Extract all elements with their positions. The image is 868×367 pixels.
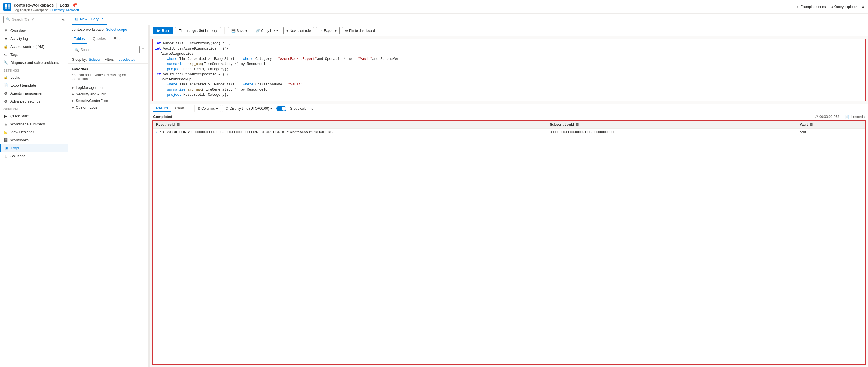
left-panel: contoso-workspace Select scope Tables Qu…	[68, 25, 148, 367]
sidebar-item-quick-start[interactable]: ▶ Quick Start	[0, 112, 68, 120]
tree-arrow-icon: ▶	[72, 86, 74, 89]
azure-logo	[3, 3, 11, 11]
sidebar-item-advanced-settings[interactable]: ⚙ Advanced settings	[0, 97, 68, 105]
tab-queries[interactable]: Queries	[91, 34, 108, 43]
time-range-label: Time range : Set in query	[179, 29, 217, 33]
table-search-field[interactable]	[81, 48, 137, 52]
more-options-btn[interactable]: ...	[380, 27, 389, 34]
table-filter-icon[interactable]: ⊟	[141, 48, 144, 52]
cell-subscriptionid: 00000000-0000-0000-0000-000000000000	[547, 128, 796, 136]
sidebar-item-workbooks[interactable]: 📓 Workbooks	[0, 136, 68, 144]
sidebar-locks-label: Locks	[10, 75, 20, 80]
col-header-subscriptionid: SubscriptionId ⊟	[547, 121, 796, 128]
sidebar-workbooks-label: Workbooks	[10, 138, 29, 142]
directory-label: Directory: Microsoft	[52, 8, 79, 12]
sidebar-item-export-template[interactable]: 📄 Export template	[0, 81, 68, 89]
toolbar-separator-1	[224, 27, 225, 34]
tab-tables[interactable]: Tables	[72, 34, 87, 43]
sidebar-logs-label: Logs	[11, 146, 19, 150]
tree-item-security-center-free[interactable]: ▶ SecurityCenterFree	[72, 97, 144, 104]
advanced-settings-icon: ⚙	[3, 99, 8, 103]
sidebar-diagnose-label: Diagnose and solve problems	[10, 60, 59, 65]
tab-bar: ⊞ New Query 1* +	[68, 14, 868, 25]
save-button[interactable]: 💾 Save ▾	[228, 27, 250, 34]
col-subscriptionid-filter-icon[interactable]: ⊟	[576, 123, 579, 126]
sidebar-item-diagnose[interactable]: 🔧 Diagnose and solve problems	[0, 58, 68, 66]
sidebar-overview-label: Overview	[10, 29, 26, 33]
settings-icon: ⚙	[862, 5, 865, 9]
group-columns-toggle[interactable]	[276, 106, 286, 111]
tree-arrow-icon: ▶	[72, 99, 74, 102]
sidebar-item-logs[interactable]: ⊞ Logs	[0, 144, 68, 152]
query-editor[interactable]: let RangeStart = startofday(ago(3d)); le…	[152, 39, 866, 101]
new-query-tab-label: New Query 1*	[80, 17, 103, 21]
tree-item-log-management[interactable]: ▶ LogManagement	[72, 84, 144, 91]
example-queries-icon: ⊞	[796, 5, 799, 9]
sidebar-item-agents-management[interactable]: ⚙ Agents management	[0, 89, 68, 97]
save-label: Save	[237, 29, 244, 33]
status-bar: Completed ⏱ 00:00:02.053 📄 1 records	[150, 114, 868, 120]
tree-item-security-audit-label: Security and Audit	[76, 92, 106, 96]
sidebar-search-input[interactable]: 🔍 Search (Ctrl+/)	[3, 16, 60, 23]
status-time: ⏱ 00:00:02.053	[815, 115, 839, 119]
sidebar-item-view-designer[interactable]: 📐 View Designer	[0, 128, 68, 136]
favorites-line2: the ☆ icon	[72, 77, 144, 81]
results-tab-chart[interactable]: Chart	[172, 105, 187, 112]
table-search-input[interactable]: 🔍	[72, 46, 140, 53]
sidebar-item-access-control[interactable]: 🔒 Access control (IAM)	[0, 42, 68, 51]
export-button[interactable]: → Export ▾	[316, 27, 340, 34]
filters-value[interactable]: not selected	[117, 58, 135, 62]
sidebar-item-solutions[interactable]: ⊞ Solutions	[0, 152, 68, 160]
sidebar-solutions-label: Solutions	[10, 154, 25, 158]
results-table-container: ResourceId ⊟ SubscriptionId ⊟ Vault ⊟	[152, 120, 866, 365]
code-line-7: let VaultUnderResourceSpecific = (){	[155, 72, 863, 78]
sidebar-quick-start-label: Quick Start	[10, 114, 29, 118]
tab-filter[interactable]: Filter	[111, 34, 124, 43]
results-tab-chart-label: Chart	[175, 106, 184, 110]
add-tab-btn[interactable]: +	[107, 16, 111, 22]
columns-button[interactable]: ⊞ Columns ▾	[194, 105, 221, 112]
col-resourceid-filter-icon[interactable]: ⊟	[177, 123, 180, 126]
status-records-icon: 📄	[845, 115, 849, 119]
new-alert-button[interactable]: + New alert rule	[283, 27, 314, 34]
quick-start-icon: ▶	[3, 114, 8, 118]
sidebar-item-activity-log[interactable]: ≡ Activity log	[0, 34, 68, 42]
run-button[interactable]: ▶ Run	[153, 27, 173, 34]
collapse-btn[interactable]: «	[62, 17, 65, 22]
row-expand-icon[interactable]: ›	[156, 130, 157, 134]
save-icon: 💾	[231, 29, 236, 33]
tree-arrow-icon: ▶	[72, 93, 74, 96]
new-query-tab[interactable]: ⊞ New Query 1*	[72, 14, 106, 25]
copy-link-label: Copy link	[261, 29, 275, 33]
results-tab-results[interactable]: Results	[153, 105, 171, 112]
example-queries-label: Example queries	[800, 5, 826, 9]
groupby-value[interactable]: Solution	[89, 58, 101, 62]
sidebar-item-overview[interactable]: ⊞ Overview	[0, 27, 68, 34]
right-panel: ▶ Run Time range : Set in query 💾 Save ▾…	[150, 25, 868, 367]
sidebar-item-workspace-summary[interactable]: ⊞ Workspace summary	[0, 120, 68, 128]
tree-item-security-audit[interactable]: ▶ Security and Audit	[72, 91, 144, 97]
content-area: ⊞ New Query 1* + contoso-workspace Selec…	[68, 14, 868, 367]
groupby-label: Group by:	[72, 58, 87, 62]
settings-btn[interactable]: ⚙	[862, 5, 865, 9]
pin-dashboard-button[interactable]: ⊕ Pin to dashboard	[342, 27, 378, 34]
access-control-icon: 🔒	[3, 44, 8, 49]
select-scope-link[interactable]: Select scope	[106, 27, 127, 32]
example-queries-btn[interactable]: ⊞ Example queries	[796, 5, 826, 9]
query-explorer-btn[interactable]: ⊙ Query explorer	[830, 5, 857, 9]
header-subtitle: Log Analytics workspace	[14, 8, 48, 12]
status-time-value: 00:00:02.053	[819, 115, 839, 119]
header-right: ⊞ Example queries ⊙ Query explorer ⚙	[796, 5, 865, 9]
col-vault-filter-icon[interactable]: ⊟	[810, 123, 813, 126]
code-line-8: CoreAzureBackup	[155, 78, 863, 83]
display-time-label: Display time (UTC+00:00)	[230, 106, 269, 111]
sidebar-item-locks[interactable]: 🔒 Locks	[0, 73, 68, 81]
sidebar-nav: ⊞ Overview ≡ Activity log 🔒 Access contr…	[0, 25, 68, 367]
cell-vault: cont	[796, 128, 865, 136]
code-line-4: | where TimeGenerated >= RangeStart | wh…	[155, 57, 863, 62]
copy-link-button[interactable]: 🔗 Copy link ▾	[253, 27, 281, 34]
tree-item-custom-logs[interactable]: ▶ Custom Logs	[72, 104, 144, 111]
display-time-button[interactable]: ⏱ Display time (UTC+00:00) ▾	[222, 105, 275, 112]
time-range-button[interactable]: Time range : Set in query	[175, 27, 221, 34]
sidebar-item-tags[interactable]: 🏷 Tags	[0, 51, 68, 58]
